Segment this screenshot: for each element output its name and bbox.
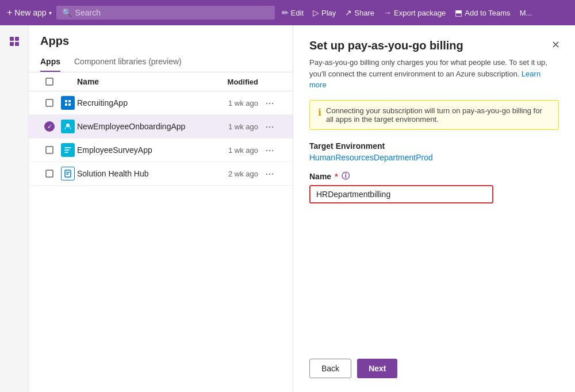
name-label-text: Name xyxy=(309,172,331,181)
table-row[interactable]: EmployeeSurveyApp 1 wk ago ··· xyxy=(29,139,293,162)
svg-rect-13 xyxy=(65,170,71,177)
apps-area: Apps Apps Component libraries (preview) … xyxy=(0,25,293,392)
row-checkbox[interactable] xyxy=(40,145,59,155)
app-name: NewEmployeeOnboardingApp xyxy=(77,122,201,131)
play-icon: ▷ xyxy=(313,8,319,17)
export-icon: → xyxy=(384,8,392,17)
warning-text: Connecting your subscription will turn o… xyxy=(326,106,550,124)
app-modified: 2 wk ago xyxy=(201,170,258,178)
svg-rect-9 xyxy=(68,103,71,106)
name-field-group: Name * ⓘ xyxy=(309,171,559,203)
close-button[interactable]: ✕ xyxy=(547,37,564,53)
tab-component-libraries[interactable]: Component libraries (preview) xyxy=(74,52,182,72)
search-bar[interactable]: 🔍 xyxy=(56,6,275,20)
svg-rect-12 xyxy=(46,170,53,177)
col-check-header xyxy=(40,77,59,86)
tab-apps[interactable]: Apps xyxy=(40,52,60,72)
name-info-icon[interactable]: ⓘ xyxy=(342,171,350,182)
svg-rect-6 xyxy=(65,100,67,102)
edit-icon: ✏ xyxy=(282,8,289,17)
app-name: RecruitingApp xyxy=(77,98,201,107)
left-panel: Apps Apps Component libraries (preview) … xyxy=(0,25,293,392)
teams-icon: ⬒ xyxy=(455,8,462,17)
employee-survey-app-icon xyxy=(61,143,75,157)
share-button[interactable]: ↗ Share xyxy=(345,8,374,17)
panel-footer: Back Next xyxy=(309,345,559,378)
edit-button[interactable]: ✏ Edit xyxy=(282,8,304,17)
app-icon xyxy=(59,143,77,157)
add-to-teams-button[interactable]: ⬒ Add to Teams xyxy=(455,8,510,17)
top-bar: + New app ▾ 🔍 ✏ Edit ▷ Play ↗ Share → Ex… xyxy=(0,0,575,25)
back-button[interactable]: Back xyxy=(309,359,351,378)
sidebar-apps-icon[interactable] xyxy=(4,31,25,52)
share-icon: ↗ xyxy=(345,8,352,17)
app-icon xyxy=(59,167,77,180)
required-indicator: * xyxy=(335,172,338,181)
solution-health-hub-icon xyxy=(61,167,75,180)
row-more-button[interactable]: ··· xyxy=(258,121,281,133)
next-button[interactable]: Next xyxy=(357,359,397,378)
more-button[interactable]: M... xyxy=(520,9,532,17)
row-checkbox-selected[interactable]: ✓ xyxy=(40,121,59,132)
svg-rect-11 xyxy=(46,147,53,153)
app-name: Solution Health Hub xyxy=(77,169,201,178)
chevron-down-icon: ▾ xyxy=(49,10,52,16)
app-name: EmployeeSurveyApp xyxy=(77,145,201,155)
sidebar-strip xyxy=(0,25,29,392)
plus-icon: + xyxy=(7,7,12,18)
toolbar-actions: ✏ Edit ▷ Play ↗ Share → Export package ⬒… xyxy=(282,8,532,17)
target-environment-label: Target Environment xyxy=(309,141,559,151)
panel-description-text: Pay-as-you-go billing only charges you f… xyxy=(309,58,547,78)
share-label: Share xyxy=(354,9,374,17)
apps-content: Apps Apps Component libraries (preview) … xyxy=(29,25,293,392)
row-more-button[interactable]: ··· xyxy=(258,97,281,109)
main-area: Apps Apps Component libraries (preview) … xyxy=(0,25,575,392)
panel-description: Pay-as-you-go billing only charges you f… xyxy=(309,57,559,91)
svg-rect-7 xyxy=(68,100,71,102)
recruiting-app-icon xyxy=(61,96,75,110)
row-checkbox[interactable] xyxy=(40,169,59,178)
panel-title: Set up pay-as-you-go billing xyxy=(309,39,559,52)
export-label: Export package xyxy=(394,9,446,17)
row-more-button[interactable]: ··· xyxy=(258,168,281,180)
target-environment-value: HumanResourcesDepartmentProd xyxy=(309,153,559,162)
row-more-button[interactable]: ··· xyxy=(258,144,281,156)
play-button[interactable]: ▷ Play xyxy=(313,8,336,17)
edit-label: Edit xyxy=(291,9,304,17)
export-button[interactable]: → Export package xyxy=(384,8,446,17)
svg-rect-1 xyxy=(15,37,19,41)
app-modified: 1 wk ago xyxy=(201,99,258,107)
new-app-label: New app xyxy=(14,8,46,17)
table-header: Name Modified xyxy=(29,72,293,91)
selected-check-icon: ✓ xyxy=(44,121,55,132)
table-row[interactable]: RecruitingApp 1 wk ago ··· xyxy=(29,91,293,115)
search-icon: 🔍 xyxy=(62,8,72,17)
search-input[interactable] xyxy=(75,8,269,17)
svg-rect-0 xyxy=(10,37,14,41)
col-modified-header: Modified xyxy=(201,78,258,86)
row-checkbox[interactable] xyxy=(40,98,59,107)
app-icon xyxy=(59,120,77,133)
svg-rect-8 xyxy=(65,103,67,106)
more-label: M... xyxy=(520,9,532,17)
app-modified: 1 wk ago xyxy=(201,146,258,155)
target-environment-field: Target Environment HumanResourcesDepartm… xyxy=(309,141,559,162)
name-field-label: Name * ⓘ xyxy=(309,171,559,182)
tabs-row: Apps Component libraries (preview) xyxy=(29,52,293,72)
warning-banner: ℹ Connecting your subscription will turn… xyxy=(309,100,559,130)
table-row[interactable]: ✓ NewEmployeeOnboardingApp 1 wk ago ··· xyxy=(29,115,293,139)
name-input[interactable] xyxy=(309,185,493,203)
add-to-teams-label: Add to Teams xyxy=(465,9,510,17)
app-modified: 1 wk ago xyxy=(201,122,258,131)
new-employee-app-icon xyxy=(61,120,75,133)
table-row[interactable]: Solution Health Hub 2 wk ago ··· xyxy=(29,162,293,186)
svg-rect-5 xyxy=(46,99,53,106)
app-icon xyxy=(59,96,77,110)
play-label: Play xyxy=(321,9,336,17)
svg-rect-2 xyxy=(10,42,14,46)
svg-rect-3 xyxy=(15,42,19,46)
svg-rect-4 xyxy=(46,78,53,85)
apps-page-title: Apps xyxy=(29,25,293,52)
info-circle-icon: ℹ xyxy=(318,107,321,118)
new-app-button[interactable]: + New app ▾ xyxy=(7,7,52,18)
